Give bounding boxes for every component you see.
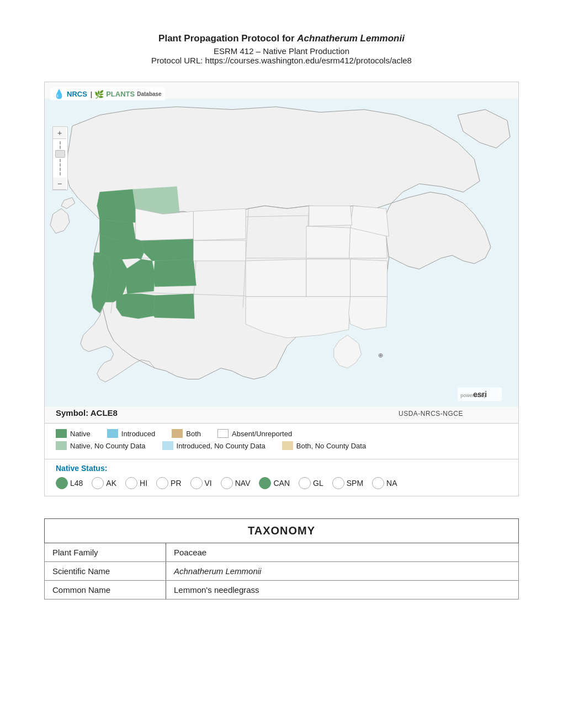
pipe-separator: | <box>91 90 92 98</box>
label-common-name: Common Name <box>45 581 166 599</box>
legend-label-introduced-no-county: Introduced, No County Data <box>177 442 265 450</box>
page-subtitle: ESRM 412 – Native Plant Production <box>44 46 519 56</box>
status-circle-na <box>372 477 384 489</box>
taxonomy-heading: TAXONOMY <box>45 519 519 543</box>
legend-label-introduced: Introduced <box>121 430 155 438</box>
symbol-label: Symbol: ACLE8 <box>56 408 118 417</box>
map-nrcs-label: USDA-NRCS-NGCE <box>399 410 463 417</box>
map-symbol: Symbol: ACLE8 <box>56 408 118 417</box>
legend-item-absent: Absent/Unreported <box>217 429 292 438</box>
status-label-pr: PR <box>171 479 181 488</box>
zoom-tick-2 <box>60 146 61 149</box>
title-italic: Achnatherum Lemmonii <box>297 33 405 44</box>
legend-item-introduced-no-county: Introduced, No County Data <box>162 441 265 450</box>
legend-box-both-no-county <box>282 441 293 450</box>
status-label-hi: HI <box>140 479 147 488</box>
legend-label-both: Both <box>186 430 201 438</box>
value-plant-family: Poaceae <box>166 543 519 562</box>
leaf-icon: 🌿 <box>94 90 104 99</box>
map-container: 💧 NRCS | 🌿 PLANTS Database + − <box>44 82 519 424</box>
svg-text:⊕: ⊕ <box>378 352 383 358</box>
status-item-ak: AK <box>92 477 116 489</box>
native-status-area: Native Status: L48 AK HI PR VI NAV CAN <box>44 459 519 496</box>
legend-item-native: Native <box>56 429 91 438</box>
status-item-nav: NAV <box>221 477 251 489</box>
label-scientific-name: Scientific Name <box>45 562 166 581</box>
status-item-pr: PR <box>156 477 181 489</box>
zoom-tick-4 <box>60 163 61 167</box>
status-label-ak: AK <box>106 479 116 488</box>
legend-area: Native Introduced Both Absent/Unreported… <box>44 424 519 459</box>
status-item-hi: HI <box>125 477 147 489</box>
status-circle-nav <box>221 477 233 489</box>
taxonomy-section: TAXONOMY Plant Family Poaceae Scientific… <box>44 518 519 599</box>
title-prefix: Plant Propagation Protocol for <box>158 33 297 44</box>
zoom-tick-1 <box>60 141 61 144</box>
status-item-l48: L48 <box>56 477 83 489</box>
status-label-can: CAN <box>273 479 290 488</box>
status-item-can: CAN <box>259 477 290 489</box>
status-circle-hi <box>125 477 137 489</box>
legend-box-introduced-no-county <box>162 441 173 450</box>
label-plant-family: Plant Family <box>45 543 166 562</box>
plants-text: PLANTS <box>106 90 135 98</box>
legend-box-introduced <box>107 429 118 438</box>
status-circle-spm <box>332 477 344 489</box>
value-common-name: Lemmon's needlegrass <box>166 581 519 599</box>
nrcs-logo: 💧 NRCS | 🌿 PLANTS Database <box>50 88 165 100</box>
native-status-label: Native Status: <box>56 464 507 473</box>
legend-box-both <box>172 429 183 438</box>
table-row-common-name: Common Name Lemmon's needlegrass <box>45 581 519 599</box>
value-scientific-name: Achnatherum Lemmonii <box>166 562 519 581</box>
status-circle-can <box>259 477 271 489</box>
status-label-na: NA <box>386 479 397 488</box>
zoom-thumb[interactable] <box>55 150 65 158</box>
status-label-vi: VI <box>205 479 212 488</box>
map-svg: ⊕ powered by esri <box>45 82 518 423</box>
status-label-l48: L48 <box>70 479 83 488</box>
status-items: L48 AK HI PR VI NAV CAN GL <box>56 477 507 489</box>
svg-text:esri: esri <box>473 390 487 399</box>
legend-box-native <box>56 429 67 438</box>
page-url: Protocol URL: https://courses.washington… <box>44 56 519 65</box>
zoom-in-button[interactable]: + <box>53 127 66 139</box>
status-label-gl: GL <box>313 479 323 488</box>
legend-label-absent: Absent/Unreported <box>232 430 292 438</box>
legend-item-introduced: Introduced <box>107 429 155 438</box>
page-title: Plant Propagation Protocol for Achnather… <box>44 33 519 44</box>
legend-item-native-no-county: Native, No County Data <box>56 441 146 450</box>
status-circle-pr <box>156 477 168 489</box>
legend-item-both: Both <box>172 429 201 438</box>
table-row-scientific-name: Scientific Name Achnatherum Lemmonii <box>45 562 519 581</box>
status-circle-vi <box>190 477 203 489</box>
zoom-tick-5 <box>60 168 61 171</box>
table-row-plant-family: Plant Family Poaceae <box>45 543 519 562</box>
page-header: Plant Propagation Protocol for Achnather… <box>44 33 519 65</box>
legend-item-both-no-county: Both, No County Data <box>282 441 366 450</box>
status-label-spm: SPM <box>347 479 363 488</box>
plants-sub: Database <box>137 91 161 97</box>
status-item-gl: GL <box>299 477 323 489</box>
zoom-tick-3 <box>60 159 61 162</box>
legend-label-native: Native <box>70 430 91 438</box>
zoom-tick-6 <box>60 172 61 175</box>
zoom-out-button[interactable]: − <box>53 178 66 190</box>
status-circle-gl <box>299 477 311 489</box>
zoom-controls[interactable]: + − <box>52 126 68 190</box>
legend-label-both-no-county: Both, No County Data <box>296 442 366 450</box>
status-circle-ak <box>92 477 104 489</box>
status-item-spm: SPM <box>332 477 363 489</box>
taxonomy-table: TAXONOMY Plant Family Poaceae Scientific… <box>44 518 519 599</box>
nrcs-text: NRCS <box>67 90 87 98</box>
legend-row-1: Native Introduced Both Absent/Unreported <box>56 429 507 438</box>
nrcs-drop-icon: 💧 <box>54 89 65 99</box>
status-item-vi: VI <box>190 477 212 489</box>
legend-box-absent <box>217 429 229 438</box>
legend-label-native-no-county: Native, No County Data <box>70 442 146 450</box>
legend-box-native-no-county <box>56 441 67 450</box>
status-circle-l48 <box>56 477 68 489</box>
status-item-na: NA <box>372 477 397 489</box>
status-label-nav: NAV <box>235 479 251 488</box>
legend-row-2: Native, No County Data Introduced, No Co… <box>56 441 507 450</box>
